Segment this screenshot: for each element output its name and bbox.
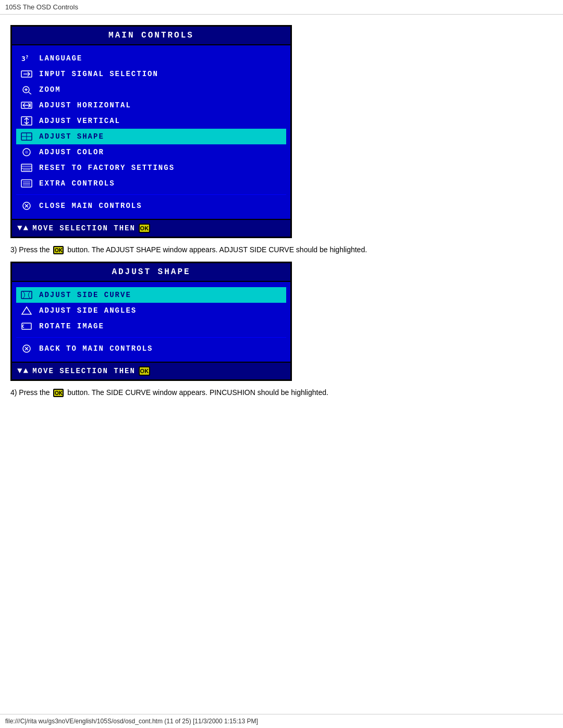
- close-label: CLOSE MAIN CONTROLS: [39, 202, 142, 210]
- ok-badge: OK: [139, 224, 150, 233]
- zoom-label: ZOOM: [39, 85, 61, 94]
- menu-item-reset[interactable]: RESET TO FACTORY SETTINGS: [16, 160, 286, 176]
- main-controls-title: MAIN CONTROLS: [12, 27, 290, 45]
- svg-text:?: ?: [26, 55, 29, 60]
- page-footer: file:///C|/rita wu/gs3noVE/english/105S/…: [0, 714, 563, 728]
- shape-label: ADJUST SHAPE: [39, 132, 104, 141]
- side-curve-icon: [19, 289, 34, 301]
- input-label: INPUT SIGNAL SELECTION: [39, 70, 158, 78]
- language-icon: 3 ?: [19, 53, 34, 64]
- extra-icon: [19, 178, 34, 189]
- ok-button-inline[interactable]: OK: [53, 246, 64, 254]
- vert-icon: [19, 115, 34, 127]
- footer-text2: MOVE SELECTION THEN: [32, 367, 136, 375]
- footer-path: file:///C|/rita wu/gs3noVE/english/105S/…: [5, 718, 258, 725]
- svg-rect-16: [21, 164, 32, 171]
- shape-icon: [19, 131, 34, 142]
- ok-badge2: OK: [139, 366, 150, 376]
- main-controls-menu: 3 ? LANGUAGE INPUT SIGNAL SELECTION: [12, 45, 290, 219]
- step4-suffix: button. The SIDE CURVE window appears. P…: [67, 388, 328, 397]
- rotate-label: ROTATE IMAGE: [39, 322, 104, 330]
- menu-item-input[interactable]: INPUT SIGNAL SELECTION: [16, 66, 286, 82]
- svg-point-15: [25, 151, 28, 154]
- language-label: LANGUAGE: [39, 54, 82, 63]
- content-area: MAIN CONTROLS 3 ? LANGUAGE: [0, 15, 563, 410]
- menu-item-side-curve[interactable]: ADJUST SIDE CURVE: [16, 287, 286, 303]
- back-label: BACK TO MAIN CONTROLS: [39, 344, 153, 353]
- menu-item-close[interactable]: CLOSE MAIN CONTROLS: [16, 198, 286, 214]
- menu-item-side-angles[interactable]: ADJUST SIDE ANGLES: [16, 303, 286, 318]
- svg-rect-27: [21, 291, 32, 299]
- footer-icon-left2: ▼▲: [17, 366, 29, 376]
- page-header: 105S The OSD Controls: [0, 0, 563, 15]
- close-icon: [19, 200, 34, 212]
- step3-prefix: 3) Press the: [10, 245, 50, 254]
- side-angles-label: ADJUST SIDE ANGLES: [39, 306, 137, 315]
- menu-item-language[interactable]: 3 ? LANGUAGE: [16, 51, 286, 66]
- footer-icon-left: ▼▲: [17, 224, 29, 233]
- zoom-icon: [19, 84, 34, 95]
- adjust-shape-title: ADJUST SHAPE: [12, 263, 290, 282]
- vertical-label: ADJUST VERTICAL: [39, 117, 120, 125]
- menu-item-back[interactable]: BACK TO MAIN CONTROLS: [16, 341, 286, 356]
- adjust-shape-box: ADJUST SHAPE ADJUST SIDE CURVE: [10, 262, 292, 381]
- extra-label: EXTRA CONTROLS: [39, 179, 115, 188]
- reset-label: RESET TO FACTORY SETTINGS: [39, 164, 175, 172]
- step3-text: 3) Press the OK button. The ADJUST SHAPE…: [10, 244, 553, 255]
- svg-rect-29: [22, 323, 31, 329]
- menu-item-vertical[interactable]: ADJUST VERTICAL: [16, 113, 286, 129]
- menu-item-color[interactable]: ADJUST COLOR: [16, 144, 286, 160]
- color-icon: [19, 146, 34, 158]
- page-title: 105S The OSD Controls: [5, 3, 78, 11]
- back-icon: [19, 343, 34, 354]
- main-controls-footer: ▼▲ MOVE SELECTION THEN OK: [12, 219, 290, 237]
- side-curve-label: ADJUST SIDE CURVE: [39, 291, 131, 299]
- horizontal-label: ADJUST HORIZONTAL: [39, 101, 131, 109]
- adjust-shape-footer: ▼▲ MOVE SELECTION THEN OK: [12, 362, 290, 379]
- side-angles-icon: [19, 305, 34, 316]
- separator-1: [16, 194, 286, 195]
- input-icon: [19, 68, 34, 80]
- svg-line-4: [29, 92, 31, 94]
- menu-item-rotate[interactable]: ROTATE IMAGE: [16, 318, 286, 334]
- color-label: ADJUST COLOR: [39, 148, 104, 156]
- main-controls-box: MAIN CONTROLS 3 ? LANGUAGE: [10, 25, 292, 238]
- horiz-icon: [19, 100, 34, 111]
- adjust-shape-menu: ADJUST SIDE CURVE ADJUST SIDE ANGLES: [12, 282, 290, 362]
- reset-icon: [19, 162, 34, 174]
- separator-2: [16, 337, 286, 338]
- step4-prefix: 4) Press the: [10, 388, 50, 397]
- rotate-icon: [19, 320, 34, 332]
- menu-item-zoom[interactable]: ZOOM: [16, 82, 286, 97]
- footer-text: MOVE SELECTION THEN: [32, 224, 136, 232]
- menu-item-shape[interactable]: ADJUST SHAPE: [16, 129, 286, 144]
- menu-item-extra[interactable]: EXTRA CONTROLS: [16, 176, 286, 191]
- menu-item-horizontal[interactable]: ADJUST HORIZONTAL: [16, 97, 286, 113]
- svg-marker-28: [22, 307, 31, 314]
- step4-text: 4) Press the OK button. The SIDE CURVE w…: [10, 387, 553, 398]
- step3-suffix: button. The ADJUST SHAPE window appears.…: [67, 245, 367, 254]
- ok-button-inline2[interactable]: OK: [53, 389, 64, 397]
